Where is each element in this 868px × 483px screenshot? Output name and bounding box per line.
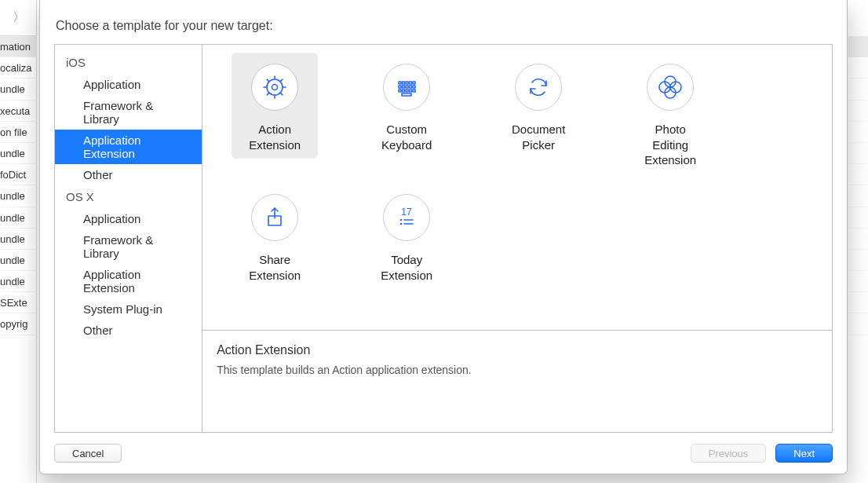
svg-line-3: [280, 93, 283, 95]
today-icon: 17: [383, 194, 430, 241]
sheet-title: Choose a template for your new target:: [56, 19, 831, 33]
svg-rect-12: [406, 82, 408, 84]
svg-rect-13: [410, 82, 412, 84]
svg-rect-20: [399, 90, 401, 92]
template-tile-share-extension[interactable]: Share Extension: [212, 183, 337, 296]
svg-text:17: 17: [401, 207, 412, 218]
template-tile-label: CustomKeyboard: [368, 120, 445, 154]
sidebar-item-other[interactable]: Other: [55, 164, 202, 185]
template-main: ActionExtensionCustomKeyboardDocumentPic…: [202, 45, 832, 432]
navigator-row[interactable]: on file: [0, 122, 37, 143]
sidebar-item-framework-library[interactable]: Framework & Library: [55, 95, 202, 130]
svg-rect-23: [410, 90, 412, 92]
svg-rect-21: [403, 90, 405, 92]
sidebar-item-framework-library[interactable]: Framework & Library: [55, 229, 202, 264]
navigator-row[interactable]: foDict: [0, 164, 37, 185]
svg-rect-16: [403, 86, 405, 88]
svg-rect-14: [413, 82, 415, 84]
svg-rect-11: [403, 82, 405, 84]
navigator-row[interactable]: mation: [0, 36, 37, 57]
svg-rect-18: [410, 86, 412, 88]
svg-point-33: [400, 219, 403, 221]
background-left-panel: 〉 mationocalizaundlexecutaon fileundlefo…: [0, 0, 37, 483]
template-category-sidebar: iOSApplicationFramework & LibraryApplica…: [55, 45, 202, 432]
svg-line-9: [280, 79, 283, 82]
navigator-row[interactable]: undle: [0, 207, 37, 229]
sidebar-item-application[interactable]: Application: [55, 74, 202, 95]
sidebar-item-application[interactable]: Application: [55, 208, 202, 229]
navigator-row[interactable]: undle: [0, 79, 37, 100]
svg-rect-15: [399, 86, 401, 88]
sheet-footer: Cancel Previous Next: [54, 433, 833, 463]
cancel-button[interactable]: Cancel: [54, 444, 122, 463]
template-tile-label: DocumentPicker: [500, 120, 577, 154]
sidebar-item-application-extension[interactable]: Application Extension: [55, 130, 202, 164]
navigator-row[interactable]: undle: [0, 143, 37, 164]
navigator-chevron-icon[interactable]: 〉: [0, 0, 37, 36]
template-tile-today-extension[interactable]: 17TodayExtension: [344, 183, 469, 296]
navigator-row[interactable]: undle: [0, 271, 37, 292]
sidebar-item-other[interactable]: Other: [55, 320, 202, 341]
template-tile-label: ActionExtension: [236, 120, 313, 154]
sidebar-group-ios: iOS: [55, 51, 202, 74]
svg-rect-10: [399, 82, 401, 84]
description-title: Action Extension: [217, 343, 818, 357]
navigator-row[interactable]: SExte: [0, 292, 37, 313]
flower-icon: [647, 64, 694, 111]
gear-icon: [251, 64, 298, 111]
template-tile-action-extension[interactable]: ActionExtension: [212, 53, 337, 166]
svg-line-7: [267, 79, 269, 82]
sheet-body: iOSApplicationFramework & LibraryApplica…: [54, 44, 833, 433]
template-tile-document-picker[interactable]: DocumentPicker: [476, 53, 601, 166]
refresh-icon: [515, 64, 562, 111]
svg-rect-24: [413, 90, 415, 92]
navigator-row[interactable]: undle: [0, 250, 37, 271]
background-right-strip: [848, 0, 868, 483]
svg-rect-19: [413, 86, 415, 88]
template-tile-custom-keyboard[interactable]: CustomKeyboard: [344, 53, 469, 166]
navigator-row[interactable]: undle: [0, 185, 37, 207]
svg-rect-25: [402, 93, 411, 96]
navigator-row[interactable]: opyrig: [0, 313, 37, 335]
sidebar-item-system-plug-in[interactable]: System Plug-in: [55, 298, 202, 320]
navigator-row[interactable]: ocaliza: [0, 57, 37, 79]
previous-button[interactable]: Previous: [691, 444, 767, 463]
svg-point-34: [400, 223, 403, 225]
template-tile-photo-editing-extension[interactable]: Photo EditingExtension: [607, 53, 733, 166]
svg-point-1: [272, 85, 278, 90]
navigator-row[interactable]: xecuta: [0, 101, 37, 122]
template-tile-label: Share Extension: [236, 251, 313, 284]
share-icon: [251, 194, 298, 241]
template-description: Action Extension This template builds an…: [202, 330, 832, 432]
template-tile-label: Photo EditingExtension: [632, 120, 709, 170]
new-target-template-sheet: Choose a template for your new target: i…: [39, 0, 848, 474]
template-grid: ActionExtensionCustomKeyboardDocumentPic…: [202, 45, 832, 330]
next-button[interactable]: Next: [775, 444, 833, 463]
template-tile-label: TodayExtension: [368, 251, 445, 284]
svg-rect-22: [406, 90, 408, 92]
keyboard-icon: [383, 64, 430, 111]
sidebar-item-application-extension[interactable]: Application Extension: [55, 264, 202, 298]
sidebar-group-os-x: OS X: [55, 185, 202, 208]
description-text: This template builds an Action applicati…: [217, 364, 818, 376]
svg-line-5: [267, 93, 269, 95]
navigator-row[interactable]: undle: [0, 229, 37, 250]
svg-rect-17: [406, 86, 408, 88]
